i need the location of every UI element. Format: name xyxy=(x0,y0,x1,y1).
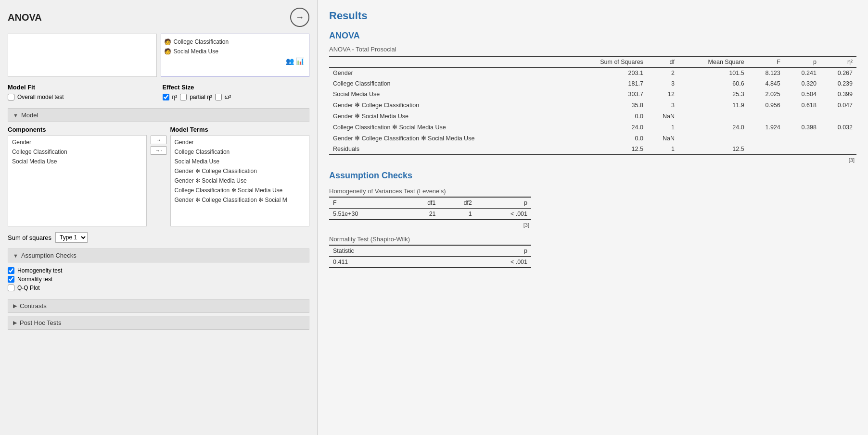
add-term-button[interactable]: → xyxy=(151,136,166,144)
anova-row-eta2: 0.239 xyxy=(820,78,856,89)
anova-row-df: 12 xyxy=(647,89,678,99)
anova-row-p: 0.398 xyxy=(784,122,820,133)
anova-row-eta2: 0.267 xyxy=(820,68,856,79)
eta2-label: η² xyxy=(172,94,178,100)
var-label-college: College Classification xyxy=(174,38,229,45)
levene-df2: 1 xyxy=(440,209,476,220)
anova-row-name: Gender ✻ Social Media Use xyxy=(329,111,566,122)
anova-row-sumsq: 181.7 xyxy=(566,78,647,89)
anova-row-df: 3 xyxy=(647,78,678,89)
components-col: Components Gender College Classification… xyxy=(8,126,147,226)
qq-plot-row: Q-Q Plot xyxy=(8,285,309,291)
levene-col-df1: df1 xyxy=(403,197,439,209)
levene-p: < .001 xyxy=(476,209,531,220)
term-gender-college: Gender ✻ College Classification xyxy=(173,166,307,176)
right-var-box[interactable]: 🧑 College Classification 🧑 Social Media … xyxy=(161,34,310,77)
anova-footnote: [3] xyxy=(329,157,856,163)
normality-checkbox[interactable] xyxy=(8,276,14,283)
overall-model-test-label: Overall model test xyxy=(17,94,64,100)
components-list[interactable]: Gender College Classification Social Med… xyxy=(8,135,147,226)
var-item-college: 🧑 College Classification xyxy=(164,37,306,47)
shapiro-header: Statistic p xyxy=(329,245,531,257)
anova-row-eta2: 0.032 xyxy=(820,122,856,133)
model-collapse-arrow: ▼ xyxy=(13,112,18,118)
navigate-button[interactable]: → xyxy=(290,8,309,27)
col-df: df xyxy=(647,56,678,68)
model-collapse-label: Model xyxy=(21,112,38,119)
partial-eta2-checkbox[interactable] xyxy=(180,94,187,100)
anova-row: Gender ✻ Social Media Use 0.0 NaN xyxy=(329,111,856,122)
shapiro-table-title: Normality Test (Shapiro-Wilk) xyxy=(329,236,531,243)
term-college: College Classification xyxy=(173,147,307,157)
model-collapsible-header[interactable]: ▼ Model xyxy=(8,108,309,122)
shapiro-p: < .001 xyxy=(438,257,531,268)
anova-row-df: 1 xyxy=(647,144,678,155)
anova-row-sumsq: 35.8 xyxy=(566,99,647,111)
col-p: p xyxy=(784,56,820,68)
overall-model-test-checkbox[interactable] xyxy=(8,94,14,100)
sum-of-squares-label: Sum of squares xyxy=(8,234,51,241)
effect-size-options: η² partial η² ω² xyxy=(163,94,310,100)
anova-row-df: 1 xyxy=(647,122,678,133)
component-social: Social Media Use xyxy=(10,157,144,166)
effect-size-label: Effect Size xyxy=(163,84,310,91)
homogeneity-test-row: Homogeneity test xyxy=(8,267,309,274)
term-three-way: Gender ✻ College Classification ✻ Social… xyxy=(173,195,307,205)
anova-row-name: Gender ✻ College Classification xyxy=(329,99,566,111)
homogeneity-checkbox[interactable] xyxy=(8,267,14,274)
anova-row-eta2 xyxy=(820,133,856,144)
post-hoc-collapsible[interactable]: ▶ Post Hoc Tests xyxy=(8,316,309,330)
anova-row-meansq: 60.6 xyxy=(678,78,748,89)
model-fit-label: Model Fit xyxy=(8,84,155,91)
qq-plot-checkbox[interactable] xyxy=(8,285,14,291)
panel-header: ANOVA → xyxy=(8,8,309,27)
term-gender-social: Gender ✻ Social Media Use xyxy=(173,176,307,186)
anova-row-p: 0.504 xyxy=(784,89,820,99)
anova-row-meansq: 24.0 xyxy=(678,122,748,133)
contrasts-collapsible[interactable]: ▶ Contrasts xyxy=(8,299,309,313)
levene-col-f: F xyxy=(329,197,403,209)
anova-row-f xyxy=(748,111,784,122)
fit-section: Model Fit Overall model test xyxy=(8,84,155,102)
component-college: College Classification xyxy=(10,147,144,157)
post-hoc-label: Post Hoc Tests xyxy=(20,319,61,326)
assumption-checks-label: Assumption Checks xyxy=(21,252,77,259)
levene-col-df2: df2 xyxy=(440,197,476,209)
col-f: F xyxy=(748,56,784,68)
person-icon-2: 🧑 xyxy=(164,48,172,55)
anova-row-sumsq: 0.0 xyxy=(566,133,647,144)
anova-row-f: 2.025 xyxy=(748,89,784,99)
anova-subtitle: ANOVA xyxy=(329,31,856,41)
anova-row-df: NaN xyxy=(647,133,678,144)
anova-row-name: College Classification ✻ Social Media Us… xyxy=(329,122,566,133)
left-var-box[interactable] xyxy=(8,34,157,77)
partial-eta2-label: partial η² xyxy=(190,94,212,100)
panel-title: ANOVA xyxy=(8,12,42,23)
omega2-checkbox[interactable] xyxy=(215,94,222,100)
anova-row-sumsq: 12.5 xyxy=(566,144,647,155)
anova-row-df: NaN xyxy=(647,111,678,122)
sum-of-squares-row: Sum of squares Type 1 Type 2 Type 3 xyxy=(8,232,309,243)
anova-row-f: 8.123 xyxy=(748,68,784,79)
terms-list[interactable]: Gender College Classification Social Med… xyxy=(170,135,309,226)
anova-row-f: 1.924 xyxy=(748,122,784,133)
shapiro-col-stat: Statistic xyxy=(329,245,438,257)
omega2-label: ω² xyxy=(225,94,231,100)
add-interaction-button[interactable]: →· xyxy=(151,146,166,155)
levene-table: F df1 df2 p 5.51e+30 21 1 < .001 xyxy=(329,197,531,220)
anova-row-eta2: 0.399 xyxy=(820,89,856,99)
anova-row-p: 0.618 xyxy=(784,99,820,111)
anova-row-meansq: 11.9 xyxy=(678,99,748,111)
normality-label: Normality test xyxy=(17,276,52,283)
anova-row-sumsq: 203.1 xyxy=(566,68,647,79)
model-arrow-buttons: → →· xyxy=(151,126,166,155)
levene-table-wrapper: Homogeneity of Variances Test (Levene's)… xyxy=(329,187,531,228)
anova-row-name: Gender xyxy=(329,68,566,79)
anova-row: Social Media Use 303.7 12 25.3 2.025 0.5… xyxy=(329,89,856,99)
anova-table: Sum of Squares df Mean Square F p η² Gen… xyxy=(329,56,856,155)
sum-of-squares-select[interactable]: Type 1 Type 2 Type 3 xyxy=(55,232,88,243)
eta2-checkbox[interactable] xyxy=(163,94,169,100)
var-item-social: 🧑 Social Media Use xyxy=(164,47,306,56)
assumption-checks-collapsible[interactable]: ▼ Assumption Checks xyxy=(8,249,309,262)
qq-plot-label: Q-Q Plot xyxy=(17,285,40,291)
